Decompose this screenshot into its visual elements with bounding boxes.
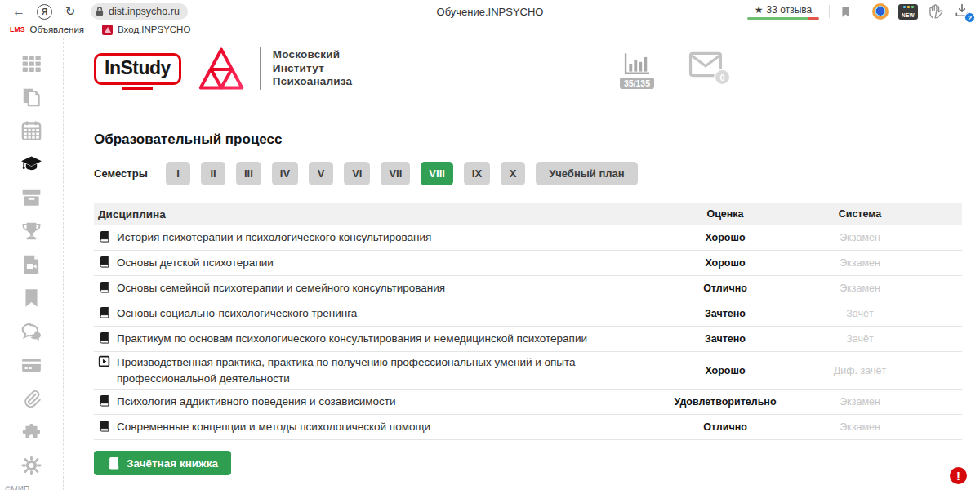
- course-table-body: История психотерапии и психологического …: [94, 225, 962, 440]
- sidebar-item-chat[interactable]: [20, 320, 44, 343]
- book-icon: [98, 306, 110, 318]
- semester-tab-X[interactable]: X: [501, 162, 525, 185]
- sidebar-nav: [20, 52, 44, 477]
- alert-icon[interactable]: !: [950, 467, 967, 484]
- system-value: Экзамен: [803, 232, 917, 243]
- discipline-name[interactable]: Производственная практика, практика по п…: [117, 354, 631, 386]
- header-icons: 35/135 0: [620, 48, 723, 89]
- sidebar-item-credit-card[interactable]: [20, 354, 44, 376]
- table-row: История психотерапии и психологического …: [94, 225, 962, 251]
- browser-avatar-icon[interactable]: [872, 3, 889, 20]
- sidebar-item-puzzle[interactable]: [20, 421, 44, 443]
- divider: [829, 5, 830, 18]
- semester-tab-I[interactable]: I: [166, 162, 190, 185]
- book-icon: [98, 281, 110, 293]
- star-icon: ★: [755, 4, 764, 16]
- semester-tab-VIII[interactable]: VIII: [421, 162, 453, 185]
- semester-selector: Семестры IIIIIIIVVVIVIIVIIIIXXУчебный пл…: [94, 162, 964, 185]
- bookmark-icon: [20, 287, 42, 309]
- column-header-system: Система: [803, 208, 917, 220]
- reviews-label: 33 отзыва: [767, 4, 813, 16]
- semester-tab-VII[interactable]: VII: [381, 162, 410, 185]
- sidebar-item-video-file[interactable]: [20, 253, 44, 276]
- table-row: Основы социально-психологического тренин…: [94, 301, 962, 327]
- copyright-label: ©МИП: [5, 485, 29, 490]
- system-value: Экзамен: [803, 396, 917, 408]
- downloads-button[interactable]: 2: [954, 2, 972, 20]
- bookmark-item-announcements[interactable]: LMS Объявления: [10, 24, 84, 34]
- semester-tab-IX[interactable]: IX: [464, 162, 490, 185]
- bookmark-page-icon[interactable]: [840, 6, 852, 18]
- sidebar-item-graduation-cap[interactable]: [20, 153, 44, 176]
- bookmarks-bar: LMS Объявления Вход.INPSYCHO: [0, 23, 980, 38]
- grade-value: Хорошо: [648, 257, 803, 269]
- semester-tab-V[interactable]: V: [309, 162, 333, 185]
- sidebar-item-gear[interactable]: [20, 454, 44, 477]
- extension-hand-icon[interactable]: [928, 3, 944, 20]
- sidebar: ©МИП: [0, 38, 64, 490]
- curriculum-plan-button[interactable]: Учебный план: [536, 162, 637, 185]
- rating-bar: [747, 17, 819, 20]
- calendar-icon: [20, 120, 42, 141]
- browser-profile-icon[interactable]: Я: [37, 4, 52, 20]
- grade-value: Удовлетворительно: [648, 396, 803, 408]
- archive-box-icon: [20, 187, 42, 208]
- sidebar-item-calendar[interactable]: [20, 119, 44, 142]
- sidebar-item-apps-grid[interactable]: [20, 52, 44, 75]
- semester-tab-III[interactable]: III: [236, 162, 261, 185]
- new-extension-icon[interactable]: NEW: [898, 4, 918, 20]
- documents-icon: [20, 87, 42, 108]
- browser-toolbar: ← Я ↻ dist.inpsycho.ru Обучение.INPSYCHO…: [0, 0, 980, 23]
- address-bar[interactable]: dist.inpsycho.ru: [91, 3, 188, 20]
- graduation-cap-icon: [20, 154, 42, 175]
- discipline-name[interactable]: Современные концепции и методы психологи…: [117, 419, 430, 435]
- table-row: Современные концепции и методы психологи…: [94, 415, 962, 440]
- grade-value: Зачтено: [648, 333, 803, 345]
- sidebar-item-documents[interactable]: [20, 86, 44, 109]
- grade-value: Отлично: [648, 283, 803, 294]
- grade-value: Хорошо: [648, 232, 803, 243]
- discipline-name[interactable]: Практикум по основам психологического ко…: [117, 331, 587, 347]
- book-icon: [98, 394, 110, 407]
- system-value: Зачёт: [803, 308, 917, 319]
- progress-stats-button[interactable]: 35/135: [620, 51, 654, 89]
- table-row: Производственная практика, практика по п…: [94, 352, 962, 390]
- site-reviews[interactable]: ★ 33 отзыва: [747, 4, 819, 20]
- semester-tab-II[interactable]: II: [201, 162, 225, 185]
- sidebar-item-archive-box[interactable]: [20, 186, 44, 209]
- discipline-name[interactable]: История психотерапии и психологического …: [117, 229, 431, 246]
- table-row: Практикум по основам психологического ко…: [94, 327, 962, 352]
- semester-tab-VI[interactable]: VI: [344, 162, 370, 185]
- apps-grid-icon: [20, 53, 42, 74]
- instudy-logo[interactable]: InStudy: [94, 53, 181, 85]
- discipline-name[interactable]: Основы семейной психотерапии и семейного…: [117, 280, 445, 296]
- gradebook-button[interactable]: Зачётная книжка: [94, 451, 231, 475]
- institute-name: Московский Институт Психоанализа: [273, 48, 352, 88]
- discipline-name[interactable]: Основы детской психотерапии: [117, 255, 274, 271]
- downloads-count-badge: 2: [964, 12, 975, 23]
- paperclip-icon: [20, 388, 42, 409]
- sidebar-item-bookmark[interactable]: [20, 287, 44, 310]
- system-value: Экзамен: [803, 257, 917, 269]
- divider: [862, 5, 862, 18]
- discipline-name[interactable]: Основы социально-психологического тренин…: [117, 305, 357, 322]
- sidebar-item-paperclip[interactable]: [20, 387, 44, 410]
- refresh-button[interactable]: ↻: [60, 4, 81, 19]
- back-button[interactable]: ←: [8, 4, 29, 19]
- system-value: Диф. зачёт: [803, 365, 917, 376]
- bookmark-item-login[interactable]: Вход.INPSYCHO: [102, 24, 190, 35]
- discipline-name[interactable]: Психология аддиктивного поведения и соза…: [117, 394, 395, 410]
- semester-buttons: IIIIIIIVVVIVIIVIIIIXXУчебный план: [166, 162, 638, 185]
- table-row: Основы детской психотерапииХорошоЭкзамен: [94, 251, 962, 276]
- semester-tab-IV[interactable]: IV: [272, 162, 298, 185]
- sidebar-item-trophy[interactable]: [20, 220, 44, 243]
- book-icon: [98, 256, 110, 268]
- site-header: InStudy Московский Институт Психоанализа…: [64, 38, 980, 100]
- divider: [260, 47, 261, 90]
- play-square-icon: [98, 355, 110, 368]
- messages-button[interactable]: 0: [688, 51, 723, 81]
- grade-value: Отлично: [648, 421, 803, 433]
- mip-logo-icon: [198, 47, 245, 91]
- page-title: Образовательный процесс: [94, 131, 964, 148]
- book-icon: [98, 420, 110, 432]
